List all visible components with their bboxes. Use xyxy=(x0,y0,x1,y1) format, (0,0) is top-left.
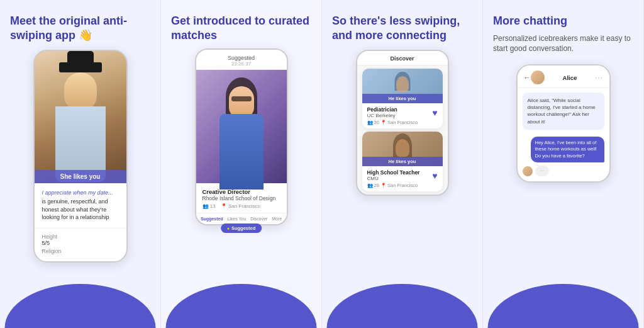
suggested-bottom-btn[interactable]: Suggested xyxy=(221,223,262,233)
card-1-school: UC Berkeley xyxy=(367,113,418,118)
nav-likes-you[interactable]: Likes You xyxy=(227,217,246,221)
section-1-title: Meet the original anti-swiping app 👋 xyxy=(10,14,150,42)
section-1: Meet the original anti-swiping app 👋 She… xyxy=(0,0,161,328)
card-1-photo: He likes you xyxy=(362,69,443,103)
profile-bg xyxy=(196,70,287,183)
phone-1-card-body: I appreciate when my date... is genuine,… xyxy=(35,183,126,228)
discover-card-1: He likes you Pediatrician UC Berkeley 👥 … xyxy=(362,69,443,128)
card-2-job: High School Teacher xyxy=(367,169,420,176)
section-2-title: Get introduced to curated matches xyxy=(171,14,311,42)
icebreaker-message: Alice said, "While social distancing, I'… xyxy=(523,93,604,130)
card-2-heart[interactable]: ♥ xyxy=(432,171,437,181)
card-italic: I appreciate when my date... xyxy=(42,189,119,196)
field-height-value: 5/5 xyxy=(42,240,119,246)
chat-header: ← Alice ··· xyxy=(518,65,609,88)
phone-2-inner: Suggested 23:26:37 Creative Director Rho… xyxy=(196,50,287,224)
section-3: So there's less swiping, and more connec… xyxy=(322,0,483,328)
profile-meta: 👥 13 📍 San Francisco xyxy=(203,203,280,209)
section-4-title: More chatting xyxy=(493,14,633,28)
profile-school: Rhode Island School of Design xyxy=(203,195,280,201)
card-1-body: Pediatrician UC Berkeley 👥 30 📍 San Fran… xyxy=(362,103,443,128)
alice-avatar xyxy=(531,71,545,84)
likes-badge-1: She likes you xyxy=(35,170,126,183)
phone-1: She likes you I appreciate when my date.… xyxy=(33,50,128,263)
card-2-photo: He likes you xyxy=(362,132,443,166)
card-1-job: Pediatrician xyxy=(367,106,418,113)
nav-more[interactable]: More xyxy=(272,217,282,221)
message-self-1: Hey Alice, I've been into all of these h… xyxy=(531,137,604,163)
typing-indicator: ··· xyxy=(523,166,550,176)
phone-1-fields: Height 5/5 Religion xyxy=(35,228,126,261)
section-2: Get introduced to curated matches Sugges… xyxy=(161,0,322,328)
card-1-info: Pediatrician UC Berkeley 👥 30 📍 San Fran… xyxy=(367,106,418,125)
field-height: Height 5/5 xyxy=(42,234,119,246)
phone-3: Discover He likes you Pediatrician UC Be… xyxy=(356,50,449,196)
back-arrow-icon[interactable]: ← xyxy=(524,74,531,81)
section-3-title: So there's less swiping, and more connec… xyxy=(332,14,472,42)
chat-messages: Hey Alice, I've been into all of these h… xyxy=(518,134,609,182)
phone-2: Suggested 23:26:37 Creative Director Rho… xyxy=(195,48,288,225)
section-4: More chatting Personalized icebreakers m… xyxy=(483,0,644,328)
profile-city: 📍 San Francisco xyxy=(221,203,260,209)
card-text: is genuine, respectful, and honest about… xyxy=(42,198,119,222)
card-1-heart[interactable]: ♥ xyxy=(432,108,437,118)
card-2-he-likes: He likes you xyxy=(362,157,443,166)
phone-2-navbar: Suggested Likes You Discover More xyxy=(196,213,287,224)
card-1-he-likes: He likes you xyxy=(362,94,443,103)
nav-suggested[interactable]: Suggested xyxy=(201,217,223,221)
card-1-meta: 👥 30 📍 San Francisco xyxy=(367,120,418,125)
phone-2-header: Suggested 23:26:37 xyxy=(196,50,287,70)
card-2-school: CMU xyxy=(367,176,420,181)
more-options-icon[interactable]: ··· xyxy=(595,74,602,81)
card-2-body: High School Teacher CMU 👥 28 📍 San Franc… xyxy=(362,166,443,191)
section-4-subtitle: Personalized icebreakers make it easy to… xyxy=(493,33,633,55)
discover-card-2: He likes you High School Teacher CMU 👥 2… xyxy=(362,132,443,191)
card-2-info: High School Teacher CMU 👥 28 📍 San Franc… xyxy=(367,169,420,188)
timer: 23:26:37 xyxy=(199,61,284,67)
field-religion: Religion xyxy=(42,248,119,254)
chat-name: Alice xyxy=(545,74,596,81)
suggested-label: Suggested xyxy=(199,55,284,61)
phone-2-profile-image xyxy=(196,70,287,183)
profile-age: 👥 13 xyxy=(203,203,216,209)
discover-header: Discover xyxy=(357,51,448,65)
phone-1-photo: She likes you xyxy=(35,51,126,183)
nav-discover[interactable]: Discover xyxy=(250,217,267,221)
card-2-meta: 👥 28 📍 San Francisco xyxy=(367,183,420,188)
phone-4: ← Alice ··· Alice said, "While social di… xyxy=(516,64,611,183)
